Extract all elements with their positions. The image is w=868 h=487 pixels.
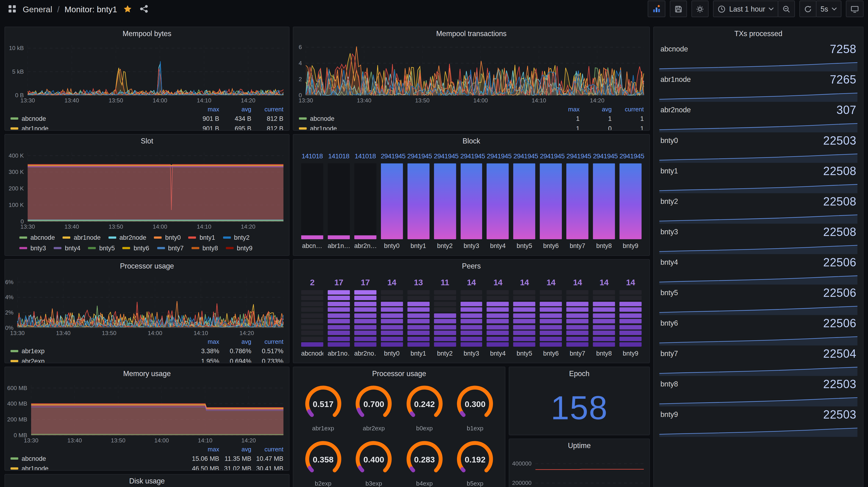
legend-column-header[interactable]: max — [548, 106, 580, 112]
legend-series-toggle[interactable]: abcnode — [299, 115, 548, 122]
timeseries-plot[interactable]: 600 MB400 MB200 MB0 MB13:3013:4013:5014:… — [5, 381, 289, 445]
panel-title[interactable]: Processor usage — [293, 367, 505, 381]
block-bar-track[interactable] — [487, 163, 509, 239]
peers-segments[interactable] — [407, 290, 430, 346]
txs-row[interactable]: bnty822503 — [659, 376, 857, 407]
txs-row[interactable]: bnty422506 — [659, 255, 857, 285]
legend-series-toggle[interactable]: bnty9 — [226, 244, 252, 253]
processor-usage-chart[interactable]: 6%4%2%0%13:3013:4013:5014:0014:1014:20 — [5, 273, 289, 337]
legend-series-toggle[interactable]: abcnode — [10, 455, 187, 462]
panel-title[interactable]: Mempool bytes — [5, 27, 289, 40]
panel-title[interactable]: Block — [293, 134, 649, 148]
legend-column-header[interactable]: max — [187, 106, 219, 112]
legend-column-header[interactable]: max — [187, 338, 219, 345]
panel-title[interactable]: Disk usage — [5, 475, 289, 487]
zoom-out-button[interactable] — [778, 0, 795, 17]
timeseries-plot[interactable]: 400 K300 K200 K100 K013:3013:4013:5014:0… — [5, 148, 289, 231]
block-bar-track[interactable] — [513, 163, 535, 239]
legend-column-header[interactable]: current — [251, 106, 283, 112]
peers-segments[interactable] — [566, 290, 588, 346]
txs-row[interactable]: bnty222508 — [659, 194, 857, 224]
txs-row[interactable]: bnty722504 — [659, 346, 857, 376]
legend-column-header[interactable]: max — [187, 446, 219, 452]
txs-row[interactable]: bnty122508 — [659, 163, 857, 194]
panel-title[interactable]: Processor usage — [5, 260, 289, 273]
memory-usage-chart[interactable]: 600 MB400 MB200 MB0 MB13:3013:4013:5014:… — [5, 381, 289, 445]
legend-column-header[interactable]: current — [251, 446, 283, 452]
legend-series-toggle[interactable]: bnty6 — [123, 244, 149, 253]
legend-series-toggle[interactable]: bnty3 — [19, 244, 46, 253]
legend-series-toggle[interactable]: abr2node — [108, 233, 146, 242]
breadcrumb-general[interactable]: General — [23, 4, 52, 14]
save-dashboard-button[interactable] — [670, 0, 687, 17]
dashboard-settings-button[interactable] — [691, 0, 709, 17]
timeseries-plot[interactable]: 642013:3013:4013:5014:0014:1014:20 — [293, 40, 649, 104]
peers-segments[interactable] — [487, 290, 509, 346]
cpu-gauge[interactable]: 0.283b4exp — [399, 439, 450, 487]
block-bar-track[interactable] — [354, 163, 376, 239]
block-bar-track[interactable] — [540, 163, 562, 239]
cpu-gauge[interactable]: 0.300b1exp — [450, 384, 500, 431]
legend-column-header[interactable]: avg — [580, 106, 612, 112]
legend-column-header[interactable]: current — [612, 106, 644, 112]
mempool-bytes-chart[interactable]: 10 kB5 kB0 B13:3013:4013:5014:0014:1014:… — [5, 40, 289, 104]
legend-series-toggle[interactable]: bnty0 — [154, 233, 181, 242]
peers-segments[interactable] — [593, 290, 615, 346]
peers-segments[interactable] — [354, 290, 376, 346]
legend-series-toggle[interactable]: abr2exp — [10, 358, 187, 363]
legend-series-toggle[interactable]: abr1exp — [10, 348, 187, 355]
slot-chart[interactable]: 400 K300 K200 K100 K013:3013:4013:5014:0… — [5, 148, 289, 231]
peers-segments[interactable] — [301, 290, 323, 346]
peers-segments[interactable] — [513, 290, 535, 346]
panel-title[interactable]: Mempool transactions — [293, 27, 649, 40]
timeseries-plot[interactable]: 10 kB5 kB0 B13:3013:4013:5014:0014:1014:… — [5, 40, 289, 104]
block-bar-track[interactable] — [566, 163, 588, 239]
cpu-gauge[interactable]: 0.192b5exp — [450, 439, 500, 487]
cpu-gauge[interactable]: 0.242b0exp — [399, 384, 450, 431]
txs-row[interactable]: bnty922503 — [659, 407, 857, 437]
legend-series-toggle[interactable]: bnty4 — [54, 244, 81, 253]
legend-column-header[interactable]: current — [251, 338, 283, 345]
block-bar-track[interactable] — [381, 163, 403, 239]
cpu-gauge[interactable]: 0.700abr2exp — [348, 384, 399, 431]
legend-series-toggle[interactable]: abr1node — [10, 125, 187, 130]
txs-row[interactable]: abcnode7258 — [659, 41, 857, 72]
legend-series-toggle[interactable]: bnty2 — [223, 233, 250, 242]
peers-segments[interactable] — [540, 290, 562, 346]
txs-row[interactable]: abr2node307 — [659, 102, 857, 133]
panel-title[interactable]: TXs processed — [654, 27, 863, 40]
block-bar-track[interactable] — [328, 163, 350, 239]
legend-series-toggle[interactable]: abr1node — [63, 233, 100, 242]
legend-series-toggle[interactable]: abcnode — [10, 115, 187, 122]
tv-mode-button[interactable] — [846, 0, 864, 17]
legend-series-toggle[interactable]: bnty5 — [88, 244, 115, 253]
panel-title[interactable]: Peers — [293, 260, 649, 273]
panel-title[interactable]: Memory usage — [5, 367, 289, 381]
peers-segments[interactable] — [460, 290, 483, 346]
legend-column-header[interactable]: avg — [219, 106, 251, 112]
block-bar-track[interactable] — [619, 163, 642, 239]
apps-grid-icon[interactable] — [7, 3, 18, 14]
legend-column-header[interactable]: avg — [219, 446, 251, 452]
panel-title[interactable]: Epoch — [509, 367, 649, 381]
legend-series-toggle[interactable]: bnty7 — [157, 244, 184, 253]
peers-segments[interactable] — [381, 290, 403, 346]
legend-series-toggle[interactable]: bnty8 — [191, 244, 218, 253]
panel-title[interactable]: Slot — [5, 134, 289, 148]
legend-column-header[interactable]: avg — [219, 338, 251, 345]
legend-series-toggle[interactable]: abr1node — [299, 125, 548, 130]
block-bar-track[interactable] — [593, 163, 615, 239]
cpu-gauge[interactable]: 0.358b2exp — [298, 439, 349, 487]
peers-segments[interactable] — [619, 290, 642, 346]
legend-series-toggle[interactable]: bnty1 — [188, 233, 215, 242]
mempool-transactions-chart[interactable]: 642013:3013:4013:5014:0014:1014:20 — [293, 40, 649, 104]
legend-series-toggle[interactable]: abr1node — [10, 465, 187, 470]
timeseries-plot[interactable]: 400000200000 — [509, 452, 649, 487]
peers-segments[interactable] — [434, 290, 456, 346]
block-bar-track[interactable] — [460, 163, 483, 239]
favorite-star-icon[interactable] — [122, 3, 133, 14]
time-range-picker[interactable]: Last 1 hour — [713, 0, 778, 17]
block-bar-track[interactable] — [301, 163, 323, 239]
txs-row[interactable]: bnty322508 — [659, 224, 857, 255]
panel-title[interactable]: Uptime — [509, 439, 649, 452]
